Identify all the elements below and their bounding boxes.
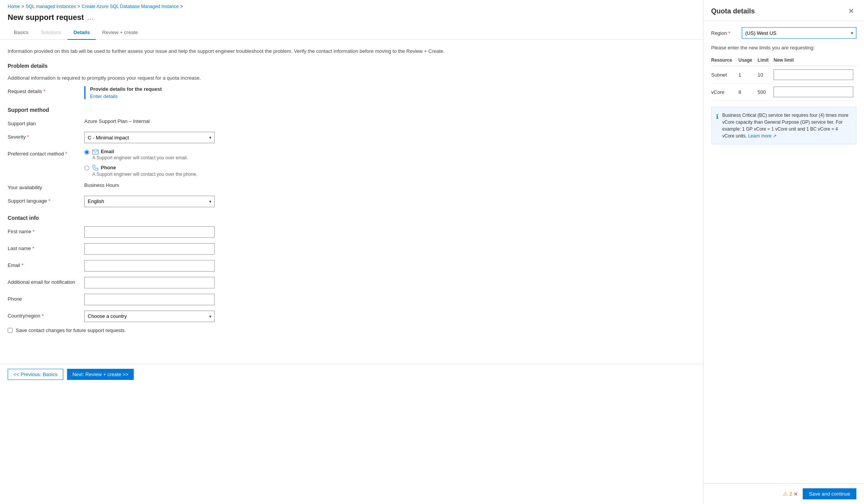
severity-select[interactable]: C - Minimal impact B - Moderate impact A… xyxy=(84,132,215,143)
contact-phone-desc: A Support engineer will contact you over… xyxy=(92,172,197,177)
warning-badge: ⚠ 2 ✕ xyxy=(783,491,798,497)
country-region-select-wrap: Choose a country United States United Ki… xyxy=(84,311,215,322)
preferred-contact-label: Preferred contact method * xyxy=(8,149,84,157)
contact-phone-option: Phone A Support engineer will contact yo… xyxy=(84,164,215,177)
email-row: Email * xyxy=(8,260,695,272)
phone-input[interactable] xyxy=(84,294,215,305)
additional-email-label: Additional email for notification xyxy=(8,277,84,285)
contact-phone-radio[interactable] xyxy=(84,165,89,170)
contact-radio-group: Email A Support engineer will contact yo… xyxy=(84,149,215,177)
request-details-value: Provide details for the request Enter de… xyxy=(84,86,215,99)
breadcrumb-sql[interactable]: SQL managed instances xyxy=(26,4,76,9)
col-usage: Usage xyxy=(738,56,757,66)
availability-row: Your availability Business Hours xyxy=(8,182,695,190)
first-name-input[interactable] xyxy=(84,226,215,238)
phone-row: Phone xyxy=(8,294,695,305)
page-title: New support request xyxy=(8,13,84,22)
quota-table: Resource Usage Limit New limit Subnet 1 … xyxy=(711,56,856,101)
last-name-input[interactable] xyxy=(84,243,215,255)
severity-row: Severity * C - Minimal impact B - Modera… xyxy=(8,132,695,143)
country-region-label: Country/region * xyxy=(8,311,84,319)
save-contact-label[interactable]: Save contact changes for future support … xyxy=(16,327,126,333)
warning-count: 2 xyxy=(789,491,792,497)
quota-new-limit-input-1[interactable] xyxy=(774,87,853,97)
email-label: Email * xyxy=(8,260,84,268)
email-icon xyxy=(92,149,98,154)
contact-email-option: Email A Support engineer will contact yo… xyxy=(84,149,215,160)
quota-row-limit: 500 xyxy=(757,83,774,101)
country-region-row: Country/region * Choose a country United… xyxy=(8,311,695,322)
quota-region-select[interactable]: (US) West US (US) East US (EU) West Euro… xyxy=(742,27,856,39)
warning-icon: ⚠ xyxy=(783,491,788,497)
quota-row-usage: 8 xyxy=(738,83,757,101)
previous-basics-button[interactable]: << Previous: Basics xyxy=(8,369,63,380)
tab-info-text: Information provided on this tab will be… xyxy=(8,47,695,55)
quota-table-row: vCore 8 500 xyxy=(711,83,856,101)
problem-details-desc: Additional information is required to pr… xyxy=(8,74,695,82)
email-input[interactable] xyxy=(84,260,215,272)
quota-save-button[interactable]: Save and continue xyxy=(803,488,856,499)
quota-row-new-limit xyxy=(774,83,856,101)
last-name-row: Last name * xyxy=(8,243,695,255)
quota-new-limit-input-0[interactable] xyxy=(774,69,853,80)
quota-row-resource: vCore xyxy=(711,83,738,101)
first-name-label: First name * xyxy=(8,226,84,234)
enter-details-link[interactable]: Enter details xyxy=(90,93,118,99)
tab-review-create[interactable]: Review + create xyxy=(96,26,144,40)
quota-table-row: Subnet 1 10 xyxy=(711,66,856,83)
bottom-bar: << Previous: Basics Next: Review + creat… xyxy=(0,364,703,385)
quota-row-limit: 10 xyxy=(757,66,774,83)
request-details-label: Request details * xyxy=(8,86,84,94)
availability-label: Your availability xyxy=(8,182,84,190)
contact-email-label: Email xyxy=(101,149,114,154)
availability-value: Business Hours xyxy=(84,180,119,188)
breadcrumb-create[interactable]: Create Azure SQL Database Managed Instan… xyxy=(82,4,179,9)
support-plan-label: Support plan xyxy=(8,118,84,126)
preferred-contact-row: Preferred contact method * xyxy=(8,149,695,177)
phone-label: Phone xyxy=(8,294,84,302)
request-details-title: Provide details for the request xyxy=(90,86,215,92)
tab-solutions: Solutions xyxy=(34,26,67,40)
support-method-title: Support method xyxy=(8,107,695,113)
quota-region-select-wrap: (US) West US (US) East US (EU) West Euro… xyxy=(742,27,856,39)
page-title-row: New support request … xyxy=(0,13,703,26)
additional-email-row: Additional email for notification xyxy=(8,277,695,288)
tab-basics[interactable]: Basics xyxy=(8,26,34,40)
tab-details[interactable]: Details xyxy=(67,26,96,40)
quota-close-button[interactable]: ✕ xyxy=(846,6,856,16)
breadcrumb-home[interactable]: Home xyxy=(8,4,20,9)
support-language-row: Support language * English French Spanis… xyxy=(8,196,695,207)
quota-row-usage: 1 xyxy=(738,66,757,83)
severity-select-wrap: C - Minimal impact B - Moderate impact A… xyxy=(84,132,215,143)
phone-icon xyxy=(92,164,98,171)
contact-email-radio[interactable] xyxy=(84,150,89,155)
support-plan-row: Support plan Azure Support Plan – Intern… xyxy=(8,118,695,126)
contact-phone-label: Phone xyxy=(101,165,116,170)
save-contact-checkbox[interactable] xyxy=(8,328,13,333)
contact-email-desc: A Support engineer will contact you over… xyxy=(92,155,188,160)
quota-row-resource: Subnet xyxy=(711,66,738,83)
problem-details-title: Problem details xyxy=(8,63,695,69)
first-name-row: First name * xyxy=(8,226,695,238)
support-language-select[interactable]: English French Spanish xyxy=(84,196,215,207)
next-review-button[interactable]: Next: Review + create >> xyxy=(67,369,134,380)
additional-email-input[interactable] xyxy=(84,277,215,288)
quota-panel-footer: ⚠ 2 ✕ Save and continue xyxy=(703,483,864,504)
quota-row-new-limit xyxy=(774,66,856,83)
quota-info-text: Please enter the new limits you are requ… xyxy=(711,45,856,51)
quota-panel: Quota details ✕ Region * (US) West US (U… xyxy=(703,0,864,504)
support-plan-value: Azure Support Plan – Internal xyxy=(84,116,150,124)
tabs: Basics Solutions Details Review + create xyxy=(0,26,703,40)
contact-info-title: Contact info xyxy=(8,215,695,221)
col-new-limit: New limit xyxy=(774,56,856,66)
support-language-select-wrap: English French Spanish ▾ xyxy=(84,196,215,207)
last-name-label: Last name * xyxy=(8,243,84,251)
page-menu-icon[interactable]: … xyxy=(87,13,94,21)
quota-learn-more-link[interactable]: Learn more ↗ xyxy=(748,133,777,139)
country-region-select[interactable]: Choose a country United States United Ki… xyxy=(84,311,215,322)
request-details-row: Request details * Provide details for th… xyxy=(8,86,695,99)
info-icon: ℹ xyxy=(716,112,718,139)
save-contact-row: Save contact changes for future support … xyxy=(8,327,695,333)
quota-notice: ℹ Business Critical (BC) service tier re… xyxy=(711,107,856,144)
quota-panel-header: Quota details ✕ xyxy=(703,0,864,21)
